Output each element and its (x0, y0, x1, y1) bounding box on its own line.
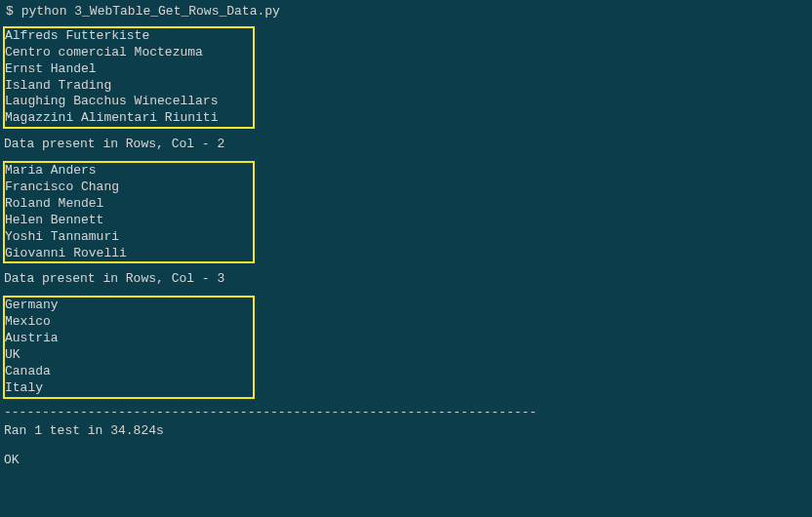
divider-line: ----------------------------------------… (2, 401, 812, 421)
output-line: Italy (5, 380, 253, 397)
output-line: Francisco Chang (5, 179, 253, 196)
output-block-1: Alfreds Futterkiste Centro comercial Moc… (3, 26, 255, 129)
output-line: Helen Bennett (5, 213, 253, 229)
output-line: Austria (5, 331, 253, 347)
output-line: Laughing Bacchus Winecellars (5, 94, 253, 110)
output-block-3: Germany Mexico Austria UK Canada Italy (3, 296, 255, 398)
output-line: UK (5, 347, 253, 364)
output-line: Ernst Handel (5, 61, 253, 78)
output-line: Germany (5, 298, 253, 314)
output-block-2: Maria Anders Francisco Chang Roland Mend… (3, 161, 255, 263)
output-line: Giovanni Rovelli (5, 246, 253, 262)
section-header-col3: Data present in Rows, Col - 3 (2, 265, 812, 294)
output-line: Maria Anders (5, 163, 253, 179)
test-result-line: Ran 1 test in 34.824s (2, 421, 812, 440)
output-line: Roland Mendel (5, 196, 253, 213)
output-line: Centro comercial Moctezuma (5, 45, 253, 61)
section-header-col2: Data present in Rows, Col - 2 (2, 131, 812, 159)
command-text: python 3_WebTable_Get_Rows_Data.py (21, 4, 280, 19)
output-line: Canada (5, 364, 253, 380)
output-line: Magazzini Alimentari Riuniti (5, 110, 253, 127)
command-prompt-line: $ python 3_WebTable_Get_Rows_Data.py (2, 4, 812, 20)
status-ok: OK (2, 439, 812, 469)
output-line: Yoshi Tannamuri (5, 229, 253, 246)
output-line: Mexico (5, 314, 253, 331)
output-line: Alfreds Futterkiste (5, 28, 253, 45)
output-line: Island Trading (5, 78, 253, 95)
prompt-symbol: $ (6, 4, 14, 19)
